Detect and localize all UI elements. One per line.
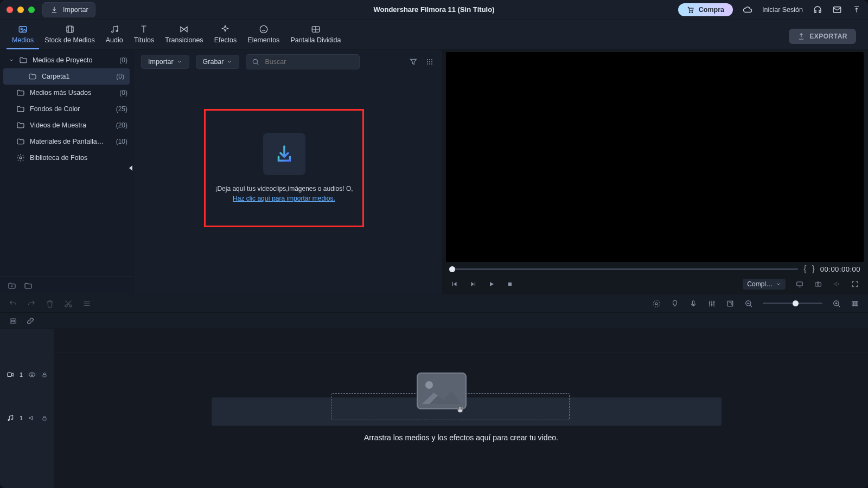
- support-icon[interactable]: [813, 5, 822, 15]
- svg-point-19: [429, 63, 430, 65]
- step-forward-icon[interactable]: [469, 280, 477, 288]
- module-tabs: Medios Stock de Medios Audio Títulos Tra…: [0, 20, 868, 49]
- zoom-slider[interactable]: [763, 303, 822, 304]
- zoom-in-icon[interactable]: [832, 299, 841, 308]
- display-icon[interactable]: [795, 280, 804, 288]
- crop-icon[interactable]: [726, 299, 735, 308]
- render-icon[interactable]: [652, 299, 661, 308]
- timeline-toolbar: [0, 294, 868, 313]
- volume-icon[interactable]: [832, 280, 841, 288]
- sidebar-item-most-used[interactable]: Medios más Usados (0): [0, 85, 133, 101]
- login-link[interactable]: Iniciar Sesión: [762, 6, 803, 14]
- import-media-link[interactable]: Haz clic aquí para importar medios.: [233, 195, 335, 202]
- sidebar-item-label: Materiales de Pantalla…: [30, 138, 104, 145]
- export-button[interactable]: EXPORTAR: [789, 29, 856, 44]
- timeline-body[interactable]: Arrastra los medios y los efectos aquí p…: [54, 329, 868, 488]
- chevron-down-icon: [227, 59, 232, 65]
- sidebar-item-project-media[interactable]: Medios de Proyecto (0): [0, 52, 133, 68]
- import-button-label: Importar: [63, 6, 88, 14]
- timeline-ruler[interactable]: [54, 329, 868, 353]
- sidebar-item-sample-videos[interactable]: Videos de Muestra (20): [0, 117, 133, 133]
- scrubber-handle[interactable]: [449, 266, 455, 272]
- tab-transiciones[interactable]: Transiciones: [159, 21, 208, 49]
- cart-icon: [687, 6, 694, 14]
- video-track-header[interactable]: 1: [0, 353, 54, 396]
- zoom-handle[interactable]: [793, 300, 799, 306]
- import-icon: [49, 5, 59, 15]
- stop-icon[interactable]: [506, 280, 514, 288]
- preview-scrubber[interactable]: [449, 268, 798, 270]
- import-dropdown[interactable]: Importar: [141, 55, 189, 69]
- tab-label: Títulos: [134, 36, 155, 44]
- mark-out-icon[interactable]: }: [812, 264, 814, 274]
- adjust-icon[interactable]: [82, 299, 91, 308]
- cloud-icon[interactable]: [743, 5, 752, 15]
- sidebar-item-screen-materials[interactable]: Materiales de Pantalla… (10): [0, 133, 133, 150]
- tab-audio[interactable]: Audio: [100, 21, 129, 49]
- mark-in-icon[interactable]: {: [803, 264, 806, 274]
- gear-icon: [16, 153, 25, 162]
- tab-medios[interactable]: Medios: [7, 21, 39, 49]
- upload-icon[interactable]: [852, 5, 861, 15]
- redo-icon[interactable]: [27, 299, 36, 308]
- media-dropzone[interactable]: ¡Deja aquí tus videoclips,imágenes o aud…: [204, 109, 364, 227]
- timeline-hint: Arrastra los medios y los efectos aquí p…: [54, 433, 868, 442]
- collapse-sidebar-icon[interactable]: [129, 165, 132, 171]
- new-folder-icon[interactable]: [8, 281, 16, 290]
- play-icon[interactable]: [487, 280, 496, 288]
- lock-icon[interactable]: [41, 414, 48, 422]
- tab-titulos[interactable]: Títulos: [129, 21, 160, 49]
- record-dropdown[interactable]: Grabar: [196, 55, 240, 69]
- svg-rect-38: [8, 373, 12, 377]
- audio-track-number: 1: [20, 415, 23, 421]
- marker-icon[interactable]: [671, 299, 679, 308]
- grid-view-icon[interactable]: [425, 57, 434, 66]
- message-icon[interactable]: [832, 5, 842, 15]
- eye-icon[interactable]: [28, 370, 36, 379]
- minimize-window-button[interactable]: [17, 7, 24, 13]
- filter-icon[interactable]: [409, 57, 418, 66]
- tab-stock[interactable]: Stock de Medios: [39, 21, 100, 49]
- preview-viewport[interactable]: [446, 52, 864, 262]
- audio-track-header[interactable]: 1: [0, 396, 54, 440]
- cut-icon[interactable]: [64, 299, 73, 308]
- zoom-fit-icon[interactable]: [851, 299, 859, 308]
- sidebar-item-photo-library[interactable]: Biblioteca de Fotos: [0, 150, 133, 166]
- svg-rect-22: [797, 282, 803, 286]
- buy-button[interactable]: Compra: [678, 3, 733, 16]
- svg-point-16: [429, 61, 430, 62]
- sidebar-item-color-bg[interactable]: Fondos de Color (25): [0, 101, 133, 117]
- sparkle-icon: [220, 24, 230, 34]
- sidebar-item-count: (25): [116, 105, 127, 113]
- link-icon[interactable]: [26, 317, 35, 325]
- zoom-out-icon[interactable]: [744, 299, 753, 308]
- sidebar-item-count: (20): [116, 121, 127, 129]
- tab-pantalla-dividida[interactable]: Pantalla Dividida: [285, 21, 346, 49]
- lock-icon[interactable]: [41, 370, 48, 379]
- maximize-window-button[interactable]: [28, 7, 35, 13]
- mute-icon[interactable]: [28, 414, 36, 422]
- snapshot-icon[interactable]: [814, 280, 822, 288]
- folder-icon[interactable]: [24, 281, 33, 290]
- preview-quality-dropdown[interactable]: Compl…: [743, 279, 786, 290]
- audio-mixer-icon[interactable]: [707, 299, 716, 308]
- snap-icon[interactable]: [9, 317, 17, 325]
- sidebar-item-carpeta1[interactable]: Carpeta1 (0): [3, 68, 130, 85]
- tab-elementos[interactable]: Elementos: [242, 21, 285, 49]
- fullscreen-icon[interactable]: [851, 280, 859, 288]
- search-input[interactable]: [264, 57, 354, 66]
- close-window-button[interactable]: [7, 7, 13, 13]
- undo-icon[interactable]: [9, 299, 17, 308]
- svg-rect-23: [815, 282, 821, 286]
- titlebar: Importar Wondershare Filmora 11 (Sin Tít…: [0, 0, 868, 20]
- preview-panel: { } 00:00:00:00 Compl…: [442, 50, 868, 294]
- step-back-icon[interactable]: [450, 280, 459, 288]
- import-button[interactable]: Importar: [42, 2, 95, 17]
- tab-label: Efectos: [214, 36, 237, 44]
- delete-icon[interactable]: [46, 299, 54, 308]
- film-icon: [65, 24, 75, 34]
- tab-efectos[interactable]: Efectos: [209, 21, 242, 49]
- folder-icon: [16, 88, 25, 97]
- svg-point-17: [431, 61, 432, 62]
- voiceover-icon[interactable]: [689, 299, 698, 308]
